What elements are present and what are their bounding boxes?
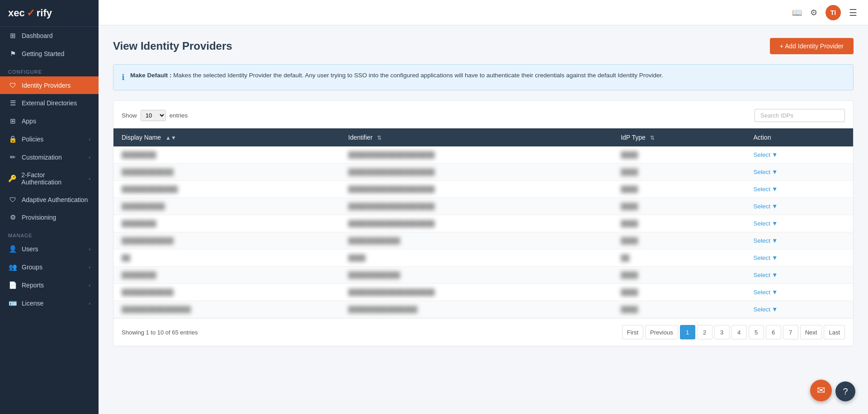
cell-identifier: ████████████████████ (340, 284, 613, 301)
cell-action: Select ▼ (745, 284, 853, 301)
info-banner-bold: Make Default : (130, 72, 172, 79)
dropdown-arrow-icon: ▼ (772, 254, 778, 261)
sort-icon: ⇅ (377, 135, 382, 141)
select-button[interactable]: Select ▼ (754, 306, 778, 313)
sidebar-item-users[interactable]: 👤 Users › (0, 240, 99, 258)
reports-icon: 📄 (8, 281, 17, 289)
cell-identifier: ████████████████ (340, 301, 613, 318)
pagination-page-6[interactable]: 6 (766, 325, 781, 339)
cell-action: Select ▼ (745, 232, 853, 249)
page-title: View Identity Providers (113, 40, 232, 52)
select-button[interactable]: Select ▼ (754, 237, 778, 244)
search-input[interactable] (755, 109, 845, 122)
cell-display-name: ██████████ (113, 198, 340, 215)
sidebar-item-dashboard[interactable]: ⊞ Dashboard (0, 27, 99, 45)
pagination-page-7[interactable]: 7 (783, 325, 798, 339)
entries-select[interactable]: 10 25 50 100 (141, 110, 166, 121)
sidebar-item-getting-started[interactable]: ⚑ Getting Started (0, 45, 99, 63)
book-icon[interactable]: 📖 (792, 8, 802, 18)
page-content: View Identity Providers + Add Identity P… (99, 25, 868, 414)
sidebar-item-identity-providers[interactable]: 🛡 Identity Providers (0, 76, 99, 94)
license-icon: 🪪 (8, 299, 17, 307)
sidebar-item-customization[interactable]: ✏ Customization › (0, 148, 99, 166)
cell-idp-type: ████ (613, 198, 745, 215)
pagination-next[interactable]: Next (800, 325, 822, 339)
table-header-row: Display Name ▲▼ Identifier ⇅ IdP Type ⇅ … (113, 128, 853, 146)
sidebar-item-label: Adaptive Authentication (22, 196, 88, 203)
cell-identifier: ████████████ (340, 232, 613, 249)
select-button[interactable]: Select ▼ (754, 289, 778, 296)
sidebar-item-apps[interactable]: ⊞ Apps (0, 112, 99, 130)
table-footer: Showing 1 to 10 of 65 entries First Prev… (113, 318, 853, 346)
help-button[interactable]: ? (835, 381, 855, 401)
chevron-right-icon: › (89, 264, 90, 270)
sidebar: xec✓rify ⊞ Dashboard ⚑ Getting Started C… (0, 0, 99, 414)
pagination-page-3[interactable]: 3 (714, 325, 730, 339)
logo: xec✓rify (0, 0, 99, 27)
cell-idp-type: ████ (613, 301, 745, 318)
cell-identifier: ████ (340, 249, 613, 267)
sidebar-item-external-directories[interactable]: ☰ External Directories (0, 94, 99, 112)
external-directories-icon: ☰ (8, 99, 17, 107)
cell-display-name: ████████ (113, 267, 340, 284)
entries-info: Showing 1 to 10 of 65 entries (122, 329, 198, 336)
idp-table: Display Name ▲▼ Identifier ⇅ IdP Type ⇅ … (113, 128, 853, 318)
select-button[interactable]: Select ▼ (754, 186, 778, 193)
page-header: View Identity Providers + Add Identity P… (113, 38, 854, 54)
pagination: First Previous 1 2 3 4 5 6 7 Next Last (622, 325, 845, 339)
cell-idp-type: ████ (613, 284, 745, 301)
dashboard-icon: ⊞ (8, 32, 17, 40)
table-row: ██ ████ ██ Select ▼ (113, 249, 853, 267)
chevron-right-icon: › (89, 176, 90, 181)
cell-display-name: ████████████ (113, 164, 340, 181)
logo-shield-icon: ✓ (27, 7, 35, 19)
sidebar-item-adaptive-auth[interactable]: 🛡 Adaptive Authentication (0, 191, 99, 208)
add-identity-provider-button[interactable]: + Add Identity Provider (770, 38, 854, 54)
show-label: Show (122, 112, 137, 119)
cell-display-name: ████████ (113, 215, 340, 232)
sidebar-item-label: External Directories (22, 99, 77, 107)
pagination-previous[interactable]: Previous (645, 325, 678, 339)
logo-text-rest: rify (37, 7, 52, 19)
sidebar-item-policies[interactable]: 🔒 Policies › (0, 130, 99, 148)
sidebar-item-2fa[interactable]: 🔑 2-Factor Authentication › (0, 166, 99, 191)
select-button[interactable]: Select ▼ (754, 254, 778, 261)
pagination-page-1[interactable]: 1 (680, 325, 695, 339)
pagination-page-4[interactable]: 4 (731, 325, 747, 339)
select-button[interactable]: Select ▼ (754, 220, 778, 227)
select-button[interactable]: Select ▼ (754, 169, 778, 175)
user-avatar[interactable]: TI (826, 5, 841, 20)
pagination-first[interactable]: First (622, 325, 643, 339)
cell-action: Select ▼ (745, 164, 853, 181)
dropdown-arrow-icon: ▼ (772, 237, 778, 244)
menu-icon[interactable]: ☰ (849, 7, 857, 18)
sidebar-item-label: Apps (22, 118, 36, 125)
info-icon: ℹ (122, 71, 125, 84)
sidebar-item-reports[interactable]: 📄 Reports › (0, 276, 99, 294)
select-button[interactable]: Select ▼ (754, 272, 778, 278)
table-controls: Show 10 25 50 100 entries (113, 109, 853, 128)
col-action: Action (745, 128, 853, 146)
chevron-right-icon: › (89, 246, 90, 252)
cell-action: Select ▼ (745, 267, 853, 284)
sidebar-item-license[interactable]: 🪪 License › (0, 294, 99, 312)
topbar: 📖 ⚙ TI ☰ (99, 0, 868, 25)
cell-display-name: █████████████ (113, 181, 340, 198)
sidebar-item-label: Groups (22, 263, 42, 271)
groups-icon: 👥 (8, 263, 17, 271)
chevron-right-icon: › (89, 301, 90, 306)
cell-action: Select ▼ (745, 301, 853, 318)
settings-icon[interactable]: ⚙ (810, 8, 817, 18)
cell-display-name: ██ (113, 249, 340, 267)
sidebar-item-groups[interactable]: 👥 Groups › (0, 258, 99, 276)
pagination-page-5[interactable]: 5 (749, 325, 764, 339)
dropdown-arrow-icon: ▼ (772, 151, 778, 158)
sidebar-item-provisioning[interactable]: ⚙ Provisioning (0, 208, 99, 226)
configure-section-label: Configure (0, 63, 99, 76)
select-button[interactable]: Select ▼ (754, 203, 778, 210)
pagination-last[interactable]: Last (824, 325, 845, 339)
dropdown-arrow-icon: ▼ (772, 306, 778, 313)
chat-button[interactable]: ✉ (810, 380, 832, 401)
pagination-page-2[interactable]: 2 (697, 325, 712, 339)
select-button[interactable]: Select ▼ (754, 151, 778, 158)
